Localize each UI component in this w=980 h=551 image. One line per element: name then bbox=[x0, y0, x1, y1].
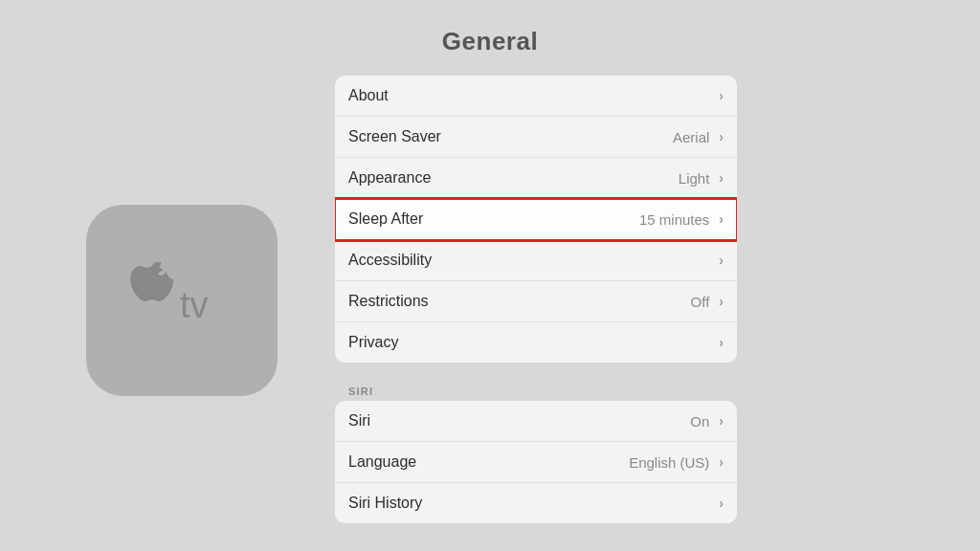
settings-row-accessibility[interactable]: Accessibility› bbox=[335, 240, 737, 281]
row-value-language: English (US) bbox=[629, 454, 709, 471]
settings-row-appearance[interactable]: AppearanceLight› bbox=[335, 158, 737, 199]
chevron-icon-privacy: › bbox=[719, 335, 724, 350]
row-right-accessibility: › bbox=[715, 253, 724, 268]
siri-settings-group: SiriOn›LanguageEnglish (US)›Siri History… bbox=[335, 401, 737, 523]
settings-row-sleep-after[interactable]: Sleep After15 minutes› bbox=[335, 199, 737, 240]
row-value-siri: On bbox=[690, 413, 709, 430]
chevron-icon-language: › bbox=[719, 454, 724, 470]
row-label-about: About bbox=[348, 87, 389, 104]
row-right-language: English (US)› bbox=[629, 454, 724, 471]
chevron-icon-restrictions: › bbox=[719, 294, 724, 309]
row-label-accessibility: Accessibility bbox=[348, 252, 432, 269]
row-value-screen-saver: Aerial bbox=[673, 129, 709, 145]
chevron-icon-siri-history: › bbox=[719, 496, 724, 511]
row-label-language: Language bbox=[348, 453, 416, 471]
row-label-screen-saver: Screen Saver bbox=[348, 128, 441, 145]
settings-row-privacy[interactable]: Privacy› bbox=[335, 322, 737, 363]
row-label-sleep-after: Sleep After bbox=[348, 210, 423, 228]
settings-row-about[interactable]: About› bbox=[335, 76, 737, 117]
row-right-siri: On› bbox=[690, 413, 724, 430]
chevron-icon-sleep-after: › bbox=[719, 211, 724, 227]
row-value-sleep-after: 15 minutes bbox=[639, 211, 709, 228]
chevron-icon-screen-saver: › bbox=[719, 129, 724, 144]
row-right-appearance: Light› bbox=[679, 170, 724, 187]
page-title: General bbox=[0, 0, 980, 56]
row-right-privacy: › bbox=[715, 335, 724, 350]
row-right-screen-saver: Aerial› bbox=[673, 129, 724, 145]
row-right-siri-history: › bbox=[715, 496, 724, 511]
row-value-restrictions: Off bbox=[691, 294, 710, 310]
row-label-appearance: Appearance bbox=[348, 169, 431, 187]
settings-row-siri[interactable]: SiriOn› bbox=[335, 401, 737, 442]
siri-section: SIRI SiriOn›LanguageEnglish (US)›Siri Hi… bbox=[335, 376, 737, 523]
chevron-icon-accessibility: › bbox=[719, 253, 724, 268]
main-settings-group: About›Screen SaverAerial›AppearanceLight… bbox=[335, 76, 737, 363]
settings-row-screen-saver[interactable]: Screen SaverAerial› bbox=[335, 117, 737, 158]
chevron-icon-appearance: › bbox=[719, 170, 724, 186]
apple-tv-logo: tv bbox=[86, 205, 278, 396]
row-label-restrictions: Restrictions bbox=[348, 293, 429, 310]
row-right-restrictions: Off› bbox=[691, 294, 724, 310]
settings-row-restrictions[interactable]: RestrictionsOff› bbox=[335, 281, 737, 322]
settings-row-language[interactable]: LanguageEnglish (US)› bbox=[335, 442, 737, 483]
row-label-siri: Siri bbox=[348, 412, 370, 430]
row-value-appearance: Light bbox=[679, 170, 710, 187]
chevron-icon-siri: › bbox=[719, 413, 724, 429]
row-right-sleep-after: 15 minutes› bbox=[639, 211, 724, 228]
svg-text:tv: tv bbox=[180, 285, 209, 325]
row-label-siri-history: Siri History bbox=[348, 495, 422, 512]
settings-list: About›Screen SaverAerial›AppearanceLight… bbox=[335, 76, 737, 525]
settings-row-siri-history[interactable]: Siri History› bbox=[335, 483, 737, 523]
row-right-about: › bbox=[715, 88, 724, 103]
row-label-privacy: Privacy bbox=[348, 334, 398, 351]
chevron-icon-about: › bbox=[719, 88, 724, 103]
siri-section-label: SIRI bbox=[335, 376, 737, 401]
